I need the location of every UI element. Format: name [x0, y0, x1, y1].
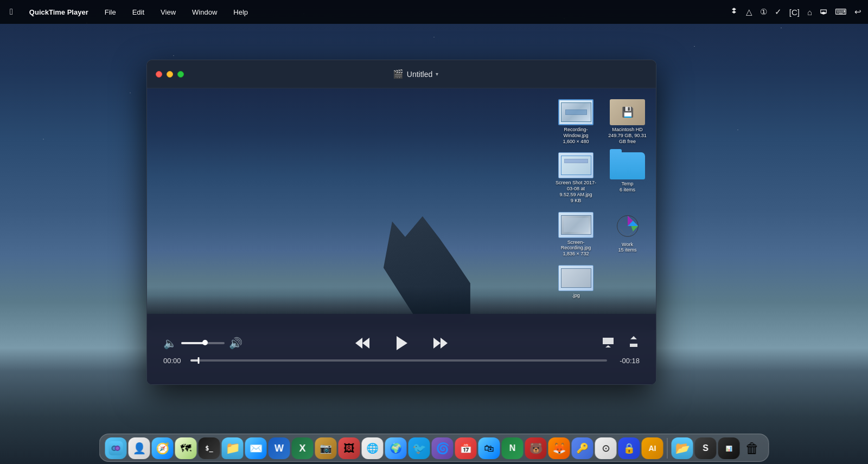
1password-icon[interactable]: ①: [760, 7, 767, 17]
video-icon-label-partial: .jpg: [572, 293, 580, 299]
dock-app1[interactable]: 🌀: [432, 437, 454, 459]
keyboard-icon[interactable]: ⌨: [835, 7, 847, 17]
app-name[interactable]: QuickTime Player: [26, 7, 92, 17]
google-drive-icon[interactable]: △: [746, 7, 752, 17]
video-icon-row-4: .jpg: [553, 265, 650, 299]
dock-ical[interactable]: 📅: [455, 437, 477, 459]
dock-trash[interactable]: 🗑: [742, 437, 763, 459]
video-apple-icon: [614, 212, 642, 240]
minimize-button[interactable]: [167, 71, 173, 78]
video-icon-label-hd: Macintosh HD249.79 GB, 90.31 GB free: [604, 127, 650, 144]
dock-contacts[interactable]: 👤: [129, 437, 150, 459]
dock-finder[interactable]: [105, 437, 127, 459]
home-icon[interactable]: ⌂: [807, 8, 812, 17]
right-controls: [602, 335, 640, 351]
menubar-right: △ ① ✓ [C] ⌂ ⌨ ↩: [730, 7, 861, 17]
dock-numbers[interactable]: N: [502, 437, 524, 459]
dock-1password[interactable]: 🔑: [572, 437, 593, 459]
airplay-menu-icon[interactable]: [820, 8, 827, 17]
video-folder-icon: [610, 152, 645, 179]
dock-folder1[interactable]: 📁: [222, 437, 244, 459]
dock-terminal[interactable]: $_: [199, 437, 220, 459]
volume-low-icon[interactable]: 🔈: [163, 337, 177, 350]
video-icon-work: Work15 items: [604, 212, 650, 257]
apple-menu[interactable]: : [7, 6, 16, 18]
window-title-area: 🎬 Untitled ▾: [184, 69, 647, 79]
video-icon-label-screen-recording: Screen-Recording.jpg1,836 × 732: [553, 240, 599, 257]
window-menu[interactable]: Window: [189, 7, 220, 17]
close-button[interactable]: [156, 71, 162, 78]
video-thumb-recording: [558, 99, 593, 125]
dock-folder2[interactable]: 📂: [672, 437, 693, 459]
progress-track[interactable]: [190, 359, 607, 362]
video-desktop-icons: Recording-Window.jpg1,600 × 480 💾 Macint…: [553, 99, 650, 299]
rewind-button[interactable]: [354, 336, 371, 351]
menubar:  QuickTime Player File Edit View Window…: [0, 0, 868, 24]
dock-twitter[interactable]: 🐦: [409, 437, 430, 459]
edit-menu[interactable]: Edit: [129, 7, 148, 17]
dock-excel[interactable]: X: [292, 437, 314, 459]
dock-vpn[interactable]: 🔒: [618, 437, 640, 459]
dock-bear[interactable]: 🐻: [525, 437, 547, 459]
dock-mail[interactable]: ✉️: [245, 437, 267, 459]
svg-marker-4: [433, 338, 441, 349]
video-icon-row-3: Screen-Recording.jpg1,836 × 732: [553, 212, 650, 257]
view-menu[interactable]: View: [157, 7, 179, 17]
dock-slate[interactable]: S: [695, 437, 717, 459]
title-chevron-icon[interactable]: ▾: [436, 71, 438, 77]
dock: 👤 🧭 🗺 $_ 📁 ✉️ W X 📷 🖼 🌐 🌍 🐦 🌀 📅 🛍 N 🐻 🦊 …: [99, 434, 769, 462]
dock-chromium[interactable]: ⊙: [595, 437, 617, 459]
video-icon-label-recording: Recording-Window.jpg1,600 × 480: [553, 127, 599, 144]
file-menu[interactable]: File: [101, 7, 119, 17]
video-icon-row-2: Screen Shot 2017-03-08 at9.52.59 AM.jpg9…: [553, 152, 650, 203]
video-icon-screen-recording: Screen-Recording.jpg1,836 × 732: [553, 212, 599, 257]
dock-appstore[interactable]: 🛍: [478, 437, 500, 459]
video-content: Recording-Window.jpg1,600 × 480 💾 Macint…: [147, 88, 656, 384]
window-title-text: Untitled: [407, 70, 432, 79]
play-button[interactable]: [392, 334, 411, 352]
svg-marker-3: [397, 336, 407, 350]
timemachine-icon[interactable]: ↩: [854, 7, 861, 17]
volume-fill: [181, 342, 205, 344]
carboncopy-icon[interactable]: [C]: [789, 8, 800, 17]
share-button[interactable]: [628, 335, 640, 351]
maximize-button[interactable]: [177, 71, 184, 78]
time-current: 00:00: [163, 357, 184, 365]
controls-overlay: 🔈 🔊: [147, 314, 656, 384]
svg-point-10: [116, 447, 119, 450]
volume-slider[interactable]: [181, 342, 225, 344]
help-menu[interactable]: Help: [230, 7, 251, 17]
check-icon[interactable]: ✓: [775, 7, 782, 17]
dock-chrome[interactable]: 🌐: [362, 437, 384, 459]
window-titlebar: 🎬 Untitled ▾: [147, 60, 656, 88]
video-icon-label-temp: Temp6 items: [620, 181, 635, 193]
volume-section: 🔈 🔊: [163, 337, 242, 350]
menubar-left:  QuickTime Player File Edit View Window…: [7, 6, 251, 18]
quicktime-window: 🎬 Untitled ▾: [146, 60, 656, 385]
video-icon-hd: 💾 Macintosh HD249.79 GB, 90.31 GB free: [604, 99, 650, 144]
video-hd-icon: 💾: [610, 99, 645, 125]
video-icon-temp: Temp6 items: [604, 152, 650, 203]
dock-firefox[interactable]: 🦊: [548, 437, 570, 459]
video-thumb-screen-recording: [558, 212, 593, 238]
fastforward-button[interactable]: [432, 336, 449, 351]
video-icon-screenshot: Screen Shot 2017-03-08 at9.52.59 AM.jpg9…: [553, 152, 599, 203]
volume-high-icon[interactable]: 🔊: [229, 337, 242, 350]
video-icon-recording-window: Recording-Window.jpg1,600 × 480: [553, 99, 599, 144]
volume-thumb: [202, 340, 208, 345]
dropbox-icon[interactable]: [730, 7, 738, 17]
dock-app2[interactable]: AI: [642, 437, 663, 459]
video-icon-label-screenshot: Screen Shot 2017-03-08 at9.52.59 AM.jpg9…: [553, 180, 599, 203]
dock-istatmenus[interactable]: 📊: [718, 437, 740, 459]
progress-thumb: [198, 357, 200, 364]
dock-screencapture[interactable]: 📷: [315, 437, 337, 459]
video-thumb-screenshot: [558, 152, 593, 178]
dock-webkit[interactable]: 🌍: [385, 437, 407, 459]
dock-maps[interactable]: 🗺: [175, 437, 197, 459]
video-icon-row-1: Recording-Window.jpg1,600 × 480 💾 Macint…: [553, 99, 650, 144]
dock-word[interactable]: W: [269, 437, 290, 459]
controls-top-row: 🔈 🔊: [163, 334, 640, 352]
airplay-button[interactable]: [602, 336, 615, 351]
dock-safari[interactable]: 🧭: [152, 437, 174, 459]
dock-preview[interactable]: 🖼: [339, 437, 360, 459]
